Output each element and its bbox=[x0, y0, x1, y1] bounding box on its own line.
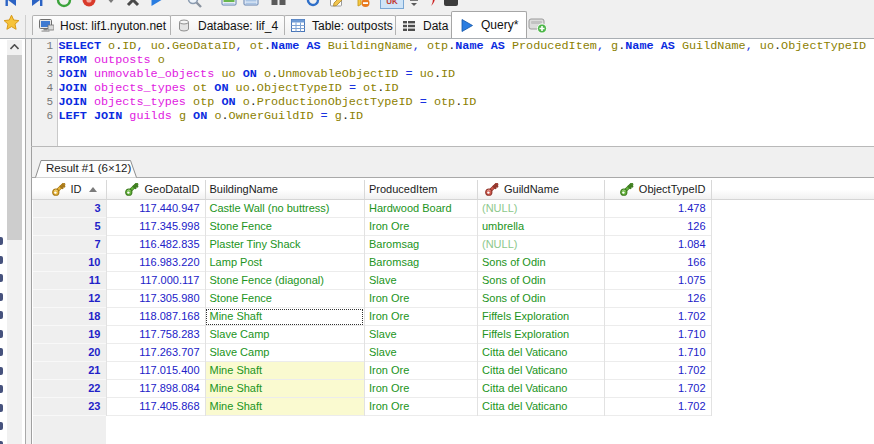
edit-pencil-icon[interactable] bbox=[329, 0, 345, 8]
cell-id[interactable]: 21 bbox=[33, 362, 106, 380]
cell-id[interactable]: 11 bbox=[33, 272, 106, 290]
cell-guildname[interactable]: Sons of Odin bbox=[477, 254, 604, 272]
tab-database[interactable]: Database: lif_4 bbox=[170, 15, 285, 35]
cell-guildname[interactable]: Fiffels Exploration bbox=[477, 326, 604, 344]
connect-icon[interactable] bbox=[56, 0, 72, 8]
cell-id[interactable]: 10 bbox=[33, 254, 106, 272]
cell-geodataid[interactable]: 117.000.117 bbox=[106, 272, 205, 290]
cell-geodataid[interactable]: 118.087.168 bbox=[106, 308, 205, 326]
cell-objecttypeid[interactable]: 1.702 bbox=[604, 398, 711, 416]
table-row[interactable]: 20117.263.707Slave CampSlaveCitta del Va… bbox=[33, 344, 711, 362]
close-x-icon[interactable] bbox=[125, 0, 141, 8]
cell-objecttypeid[interactable]: 126 bbox=[604, 290, 711, 308]
cell-buildingname[interactable]: Slave Camp bbox=[205, 344, 365, 362]
tab-query[interactable]: Query* bbox=[451, 11, 527, 38]
cell-guildname[interactable]: (NULL) bbox=[477, 236, 604, 254]
cell-objecttypeid[interactable]: 126 bbox=[604, 218, 711, 236]
cell-geodataid[interactable]: 117.263.707 bbox=[106, 344, 205, 362]
cell-buildingname[interactable]: Lamp Post bbox=[205, 254, 365, 272]
column-header-geodataid[interactable]: GeoDataID bbox=[106, 179, 205, 199]
cell-geodataid[interactable]: 117.758.283 bbox=[106, 326, 205, 344]
table-row[interactable]: 19117.758.283Slave CampSlaveFiffels Expl… bbox=[33, 326, 711, 344]
star-icon[interactable] bbox=[3, 14, 20, 31]
tab-host[interactable]: Host: lif1.nyuton.net bbox=[32, 15, 171, 35]
cell-buildingname[interactable]: Mine Shaft bbox=[205, 380, 365, 398]
column-header-buildingname[interactable]: BuildingName bbox=[205, 179, 365, 199]
cell-id[interactable]: 5 bbox=[33, 218, 106, 236]
cell-buildingname[interactable]: Stone Fence (diagonal) bbox=[205, 272, 365, 290]
cell-id[interactable]: 18 bbox=[33, 308, 106, 326]
cell-guildname[interactable]: Citta del Vaticano bbox=[477, 380, 604, 398]
cell-produceditem[interactable]: Baromsag bbox=[364, 236, 477, 254]
cell-geodataid[interactable]: 117.440.947 bbox=[106, 200, 205, 218]
cell-produceditem[interactable]: Iron Ore bbox=[364, 380, 477, 398]
cell-geodataid[interactable]: 117.405.868 bbox=[106, 398, 205, 416]
table-row[interactable]: 23117.405.868Mine ShaftIron OreCitta del… bbox=[33, 398, 711, 416]
remove-filter-icon[interactable] bbox=[353, 0, 369, 8]
cell-guildname[interactable]: Citta del Vaticano bbox=[477, 344, 604, 362]
cell-produceditem[interactable]: Hardwood Board bbox=[364, 200, 477, 218]
dropdown-dash-icon[interactable] bbox=[408, 0, 424, 8]
cell-guildname[interactable]: (NULL) bbox=[477, 200, 604, 218]
cell-guildname[interactable]: Fiffels Exploration bbox=[477, 308, 604, 326]
cell-guildname[interactable]: Citta del Vaticano bbox=[477, 362, 604, 380]
table-row[interactable]: 7116.482.835Plaster Tiny ShackBaromsag(N… bbox=[33, 236, 711, 254]
cell-geodataid[interactable]: 117.345.998 bbox=[106, 218, 205, 236]
cell-objecttypeid[interactable]: 1.084 bbox=[604, 236, 711, 254]
cell-guildname[interactable]: umbrella bbox=[477, 218, 604, 236]
table-row[interactable]: 11117.000.117Stone Fence (diagonal)Slave… bbox=[33, 272, 711, 290]
cell-buildingname[interactable]: Slave Camp bbox=[205, 326, 365, 344]
cell-objecttypeid[interactable]: 1.075 bbox=[604, 272, 711, 290]
lang-toggle-button[interactable]: UK bbox=[380, 0, 404, 8]
blocks-icon[interactable] bbox=[270, 0, 286, 8]
export-grid-icon[interactable] bbox=[221, 0, 237, 8]
run-query-icon[interactable] bbox=[148, 0, 164, 8]
cell-produceditem[interactable]: Iron Ore bbox=[364, 362, 477, 380]
tab-data[interactable]: Data bbox=[395, 15, 452, 35]
refresh-blue-icon[interactable] bbox=[305, 0, 321, 8]
cell-buildingname[interactable]: Mine Shaft bbox=[205, 362, 365, 380]
cell-guildname[interactable]: Sons of Odin bbox=[477, 272, 604, 290]
cell-produceditem[interactable]: Iron Ore bbox=[364, 290, 477, 308]
cell-id[interactable]: 7 bbox=[33, 236, 106, 254]
tab-table[interactable]: Table: outposts bbox=[284, 15, 396, 35]
column-header-produceditem[interactable]: ProducedItem bbox=[364, 179, 477, 199]
red-quote-icon[interactable] bbox=[428, 0, 444, 8]
table-row[interactable]: 12117.305.980Stone FenceIron OreSons of … bbox=[33, 290, 711, 308]
cell-objecttypeid[interactable]: 1.702 bbox=[604, 308, 711, 326]
cell-id[interactable]: 3 bbox=[33, 200, 106, 218]
cell-buildingname[interactable]: Stone Fence bbox=[205, 290, 365, 308]
copy-grid-icon[interactable] bbox=[243, 0, 259, 8]
cell-buildingname[interactable]: Stone Fence bbox=[205, 218, 365, 236]
cell-buildingname[interactable]: Plaster Tiny Shack bbox=[205, 236, 365, 254]
table-row[interactable]: 18118.087.168Mine ShaftIron OreFiffels E… bbox=[33, 308, 711, 326]
cell-geodataid[interactable]: 117.898.084 bbox=[106, 380, 205, 398]
column-header-objecttypeid[interactable]: ObjectTypeID bbox=[604, 179, 711, 199]
chevron-down-icon[interactable] bbox=[103, 0, 119, 8]
cell-objecttypeid[interactable]: 1.478 bbox=[604, 200, 711, 218]
cell-objecttypeid[interactable]: 1.702 bbox=[604, 380, 711, 398]
cell-produceditem[interactable]: Slave bbox=[364, 326, 477, 344]
editor-results-splitter[interactable] bbox=[32, 147, 874, 177]
table-row[interactable]: 3117.440.947Castle Wall (no buttress)Har… bbox=[33, 200, 711, 218]
cell-geodataid[interactable]: 116.983.220 bbox=[106, 254, 205, 272]
sql-editor[interactable]: 1SELECT o.ID, uo.GeoDataID, ot.Name AS B… bbox=[32, 39, 874, 146]
cell-geodataid[interactable]: 116.482.835 bbox=[106, 236, 205, 254]
nav-last-icon[interactable] bbox=[29, 0, 45, 8]
disconnect-icon[interactable] bbox=[81, 0, 97, 8]
cell-buildingname[interactable]: Mine Shaft bbox=[205, 398, 365, 416]
cell-produceditem[interactable]: Iron Ore bbox=[364, 218, 477, 236]
table-row[interactable]: 5117.345.998Stone FenceIron Oreumbrella1… bbox=[33, 218, 711, 236]
tree-scrollbar-thumb[interactable] bbox=[7, 55, 22, 240]
cell-objecttypeid[interactable]: 1.710 bbox=[604, 344, 711, 362]
cell-geodataid[interactable]: 117.015.400 bbox=[106, 362, 205, 380]
cell-produceditem[interactable]: Iron Ore bbox=[364, 308, 477, 326]
cell-produceditem[interactable]: Baromsag bbox=[364, 254, 477, 272]
table-row[interactable]: 21117.015.400Mine ShaftIron OreCitta del… bbox=[33, 362, 711, 380]
cell-id[interactable]: 22 bbox=[33, 380, 106, 398]
table-row[interactable]: 22117.898.084Mine ShaftIron OreCitta del… bbox=[33, 380, 711, 398]
cell-objecttypeid[interactable]: 1.710 bbox=[604, 326, 711, 344]
cell-geodataid[interactable]: 117.305.980 bbox=[106, 290, 205, 308]
table-row[interactable]: 10116.983.220Lamp PostBaromsagSons of Od… bbox=[33, 254, 711, 272]
cell-produceditem[interactable]: Iron Ore bbox=[364, 398, 477, 416]
